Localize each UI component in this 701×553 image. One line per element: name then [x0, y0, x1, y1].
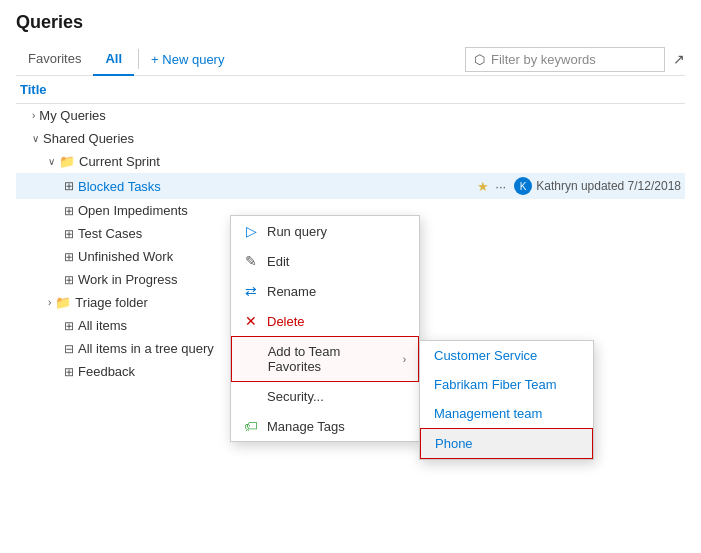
chevron-right-icon: ›	[48, 297, 51, 308]
delete-icon: ✕	[243, 313, 259, 329]
query-icon: ⊞	[64, 250, 74, 264]
context-menu-label: Security...	[267, 389, 324, 404]
filter-placeholder: Filter by keywords	[491, 52, 596, 67]
context-menu: ▷ Run query ✎ Edit ⇄ Rename ✕ Delete Add…	[230, 215, 420, 442]
page-title: Queries	[16, 12, 685, 33]
context-menu-item-rename[interactable]: ⇄ Rename	[231, 276, 419, 306]
updated-info: K Kathryn updated 7/12/2018	[514, 177, 681, 195]
tree-item-label: Shared Queries	[43, 131, 134, 146]
context-menu-item-edit[interactable]: ✎ Edit	[231, 246, 419, 276]
submenu-label: Fabrikam Fiber Team	[434, 377, 557, 392]
tree-item-label: Triage folder	[75, 295, 148, 310]
query-tree-icon: ⊟	[64, 342, 74, 356]
column-header-title: Title	[16, 76, 685, 104]
submenu-label: Customer Service	[434, 348, 537, 363]
tree-row[interactable]: ⊞ Blocked Tasks ★ ··· K Kathryn updated …	[16, 173, 685, 199]
submenu: Customer Service Fabrikam Fiber Team Man…	[419, 340, 594, 460]
context-menu-item-manage-tags[interactable]: 🏷 Manage Tags	[231, 411, 419, 441]
query-icon: ⊞	[64, 365, 74, 379]
submenu-item-phone[interactable]: Phone	[420, 428, 593, 459]
tab-favorites[interactable]: Favorites	[16, 43, 93, 76]
run-query-icon: ▷	[243, 223, 259, 239]
tree-row[interactable]: ∨ Shared Queries	[16, 127, 685, 150]
query-icon: ⊞	[64, 179, 74, 193]
tab-all[interactable]: All	[93, 43, 134, 76]
context-menu-item-security[interactable]: Security...	[231, 382, 419, 411]
tree-item-label: Unfinished Work	[78, 249, 173, 264]
context-menu-item-add-team-favorites[interactable]: Add to Team Favorites ›	[231, 336, 419, 382]
new-query-button[interactable]: + New query	[143, 48, 232, 71]
tab-divider	[138, 49, 139, 69]
edit-icon: ✎	[243, 253, 259, 269]
submenu-arrow-icon: ›	[403, 354, 406, 365]
tree-item-label: All items in a tree query	[78, 341, 214, 356]
context-menu-label: Rename	[267, 284, 316, 299]
context-menu-label: Run query	[267, 224, 327, 239]
chevron-down-icon: ∨	[32, 133, 39, 144]
blocked-tasks-link[interactable]: Blocked Tasks	[78, 179, 161, 194]
tree-item-label: My Queries	[39, 108, 105, 123]
tree-item-label: Current Sprint	[79, 154, 160, 169]
tree-item-label: Test Cases	[78, 226, 142, 241]
avatar: K	[514, 177, 532, 195]
folder-icon: 📁	[55, 295, 71, 310]
rename-icon: ⇄	[243, 283, 259, 299]
query-icon: ⊞	[64, 273, 74, 287]
submenu-item-management-team[interactable]: Management team	[420, 399, 593, 428]
filter-box[interactable]: ⬡ Filter by keywords	[465, 47, 665, 72]
tree-item-label: Feedback	[78, 364, 135, 379]
toolbar: Favorites All + New query ⬡ Filter by ke…	[16, 43, 685, 76]
filter-icon: ⬡	[474, 52, 485, 67]
tree-row[interactable]: ∨ 📁 Current Sprint	[16, 150, 685, 173]
context-menu-item-delete[interactable]: ✕ Delete	[231, 306, 419, 336]
chevron-right-icon: ›	[32, 110, 35, 121]
query-icon: ⊞	[64, 227, 74, 241]
context-menu-label: Edit	[267, 254, 289, 269]
tree-item-label: Open Impediments	[78, 203, 188, 218]
submenu-label: Management team	[434, 406, 542, 421]
submenu-item-fabrikam-fiber-team[interactable]: Fabrikam Fiber Team	[420, 370, 593, 399]
ellipsis-button[interactable]: ···	[495, 179, 506, 194]
context-menu-label: Delete	[267, 314, 305, 329]
query-icon: ⊞	[64, 204, 74, 218]
tree-item-label: Work in Progress	[78, 272, 177, 287]
submenu-label: Phone	[435, 436, 473, 451]
expand-icon[interactable]: ↗	[673, 51, 685, 67]
submenu-item-customer-service[interactable]: Customer Service	[420, 341, 593, 370]
context-menu-label: Manage Tags	[267, 419, 345, 434]
query-icon: ⊞	[64, 319, 74, 333]
updated-text: Kathryn updated 7/12/2018	[536, 179, 681, 193]
tree-row[interactable]: › My Queries	[16, 104, 685, 127]
tree-item-label: All items	[78, 318, 127, 333]
context-menu-item-run-query[interactable]: ▷ Run query	[231, 216, 419, 246]
folder-icon: 📁	[59, 154, 75, 169]
context-menu-label: Add to Team Favorites	[268, 344, 395, 374]
chevron-down-icon: ∨	[48, 156, 55, 167]
tag-icon: 🏷	[243, 418, 259, 434]
star-icon: ★	[477, 179, 489, 194]
